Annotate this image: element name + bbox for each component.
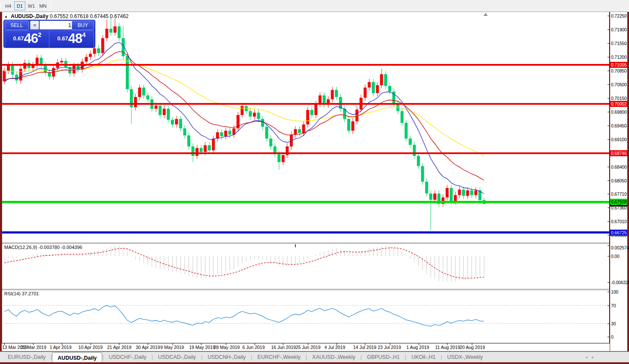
price-tick-label: 0.69100	[611, 136, 627, 143]
chart-canvas[interactable]	[2, 12, 610, 343]
date-label: 22 Mar 2019	[21, 345, 46, 350]
tab-usdcad-daily[interactable]: USDCAD-,Daily	[153, 352, 201, 362]
tab-ukoil-h1[interactable]: UKOil-,H1	[406, 352, 441, 362]
collapse-triangle-icon[interactable]: ▲	[4, 15, 8, 18]
date-label: 30 Apr 2019	[136, 345, 160, 350]
tab-eurusd-daily[interactable]: EURUSD-,Daily	[3, 352, 51, 362]
level-price-label: 0.66725	[610, 230, 627, 236]
mt4-window: H4 D1 W1 MN ▲ AUDUSD-,Daily 0.67552 0.67…	[0, 0, 629, 364]
rsi-tick-label: 30	[611, 321, 616, 327]
bid-big-digits: 46	[24, 31, 38, 46]
macd-indicator-label: MACD(12,26,9) -0.003780 -0.004396	[4, 245, 82, 250]
buy-button[interactable]: BUY	[72, 21, 94, 30]
window-frame-bottom	[0, 362, 629, 364]
date-label: 4 Jul 2019	[325, 345, 345, 350]
chart-title: ▲ AUDUSD-,Daily 0.67552 0.67618 0.67445 …	[4, 13, 128, 19]
macd-tick-label: 0.002574	[611, 245, 629, 251]
ask-price-display[interactable]: 0.67484	[49, 30, 94, 48]
chart-shift-marker-icon[interactable]	[483, 13, 488, 16]
volume-decrease-button[interactable]	[30, 21, 39, 30]
date-label: 28 May 2019	[214, 345, 240, 350]
timeframe-h4-button[interactable]: H4	[3, 1, 14, 10]
rsi-tick-label: 0	[611, 334, 614, 340]
timeframe-w1-button[interactable]: W1	[26, 1, 37, 10]
ask-prefix: 0.67	[57, 35, 68, 42]
price-tick-label: 0.68400	[611, 164, 627, 170]
price-tick-label: 0.67710	[611, 191, 627, 197]
bid-prefix: 0.67	[13, 35, 24, 42]
price-tick-label: 0.71200	[611, 54, 627, 60]
level-price-label: 0.67508	[610, 199, 627, 205]
level-price-label: 0.71005	[610, 62, 627, 68]
price-tick-label: 0.72250	[611, 13, 627, 19]
price-tick-label: 0.69800	[611, 109, 627, 115]
one-click-trading-panel: SELL BUY 0.67462 0.67484	[3, 20, 95, 48]
price-axis[interactable]: 0.722500.719000.715500.712000.708500.705…	[610, 12, 627, 351]
price-tick-label: 0.67010	[611, 218, 627, 224]
bid-pipette-digit: 2	[38, 31, 41, 38]
tab-gbpusd-h1[interactable]: GBPUSD-,H1	[362, 352, 405, 362]
tab-eurchf-weekly[interactable]: EURCHF-,Weekly	[252, 352, 305, 362]
level-price-label: 0.68746	[610, 150, 627, 156]
timeframe-toolbar: H4 D1 W1 MN	[0, 0, 629, 12]
date-label: 10 Apr 2019	[79, 345, 103, 350]
chart-tab-bar: EURUSD-,Daily|AUDUSD-,Daily|USDCHF-,Dail…	[0, 352, 629, 362]
date-label: 16 Jun 2019	[271, 345, 296, 350]
date-label: 20 Aug 2019	[460, 345, 485, 350]
date-label: 23 Jul 2019	[378, 345, 401, 350]
tab-scroll-arrows[interactable]: ◂ ▸	[585, 352, 596, 362]
ask-pipette-digit: 4	[82, 31, 85, 38]
tab-audusd-daily[interactable]: AUDUSD-,Daily	[52, 352, 102, 362]
macd-tick-label: 0.00	[611, 253, 620, 259]
ask-big-digits: 48	[68, 31, 82, 46]
window-frame-right	[627, 12, 629, 362]
tab-usdx-weekly[interactable]: USDX-,Weekly	[442, 352, 488, 362]
rsi-tick-label: 100	[611, 289, 618, 295]
timeframe-mn-button[interactable]: MN	[37, 1, 49, 10]
toolbar-separator	[51, 2, 51, 10]
price-tick-label: 0.70850	[611, 68, 627, 74]
date-label: 25 Jun 2019	[296, 345, 321, 350]
level-price-label: 0.70002	[610, 101, 627, 107]
tab-usdcnh-daily[interactable]: USDCNH-,Daily	[202, 352, 251, 362]
tab-usdchf-daily[interactable]: USDCHF-,Daily	[103, 352, 152, 362]
chart-ohlc-values: 0.67552 0.67618 0.67445 0.67462	[50, 13, 129, 19]
date-label: 21 Apr 2019	[107, 345, 131, 350]
date-label: 11 Aug 2019	[435, 345, 460, 350]
price-tick-label: 0.69450	[611, 123, 627, 129]
toolbar-separator	[1, 2, 1, 10]
macd-tick-label: -0.006326	[611, 279, 629, 285]
arrow-down-icon	[33, 24, 36, 27]
price-tick-label: 0.70150	[611, 95, 627, 101]
date-label: 1 Apr 2019	[50, 345, 72, 350]
date-label: 6 Jun 2019	[243, 345, 265, 350]
timeframe-d1-button[interactable]: D1	[14, 1, 25, 10]
price-tick-label: 0.71550	[611, 40, 627, 46]
price-tick-label: 0.71900	[611, 27, 627, 33]
price-tick-label: 0.70500	[611, 82, 627, 88]
date-axis[interactable]: 13 Mar 201922 Mar 20191 Apr 201910 Apr 2…	[2, 343, 610, 351]
date-label: 19 May 2019	[189, 345, 215, 350]
rsi-tick-label: 70	[611, 303, 616, 309]
price-tick-label: 0.68050	[611, 178, 627, 184]
rsi-indicator-label: RSI(14) 37.2701	[4, 291, 39, 296]
chart-area	[2, 12, 610, 343]
date-label: 1 Aug 2019	[407, 345, 429, 350]
date-label: 9 May 2019	[161, 345, 184, 350]
chart-symbol-label: AUDUSD-,Daily	[11, 13, 48, 19]
bid-price-display[interactable]: 0.67462	[5, 30, 50, 48]
tab-xauusd-weekly[interactable]: XAUUSD-,Weekly	[307, 352, 360, 362]
sell-button[interactable]: SELL	[5, 21, 29, 30]
date-label: 14 Jul 2019	[353, 345, 376, 350]
